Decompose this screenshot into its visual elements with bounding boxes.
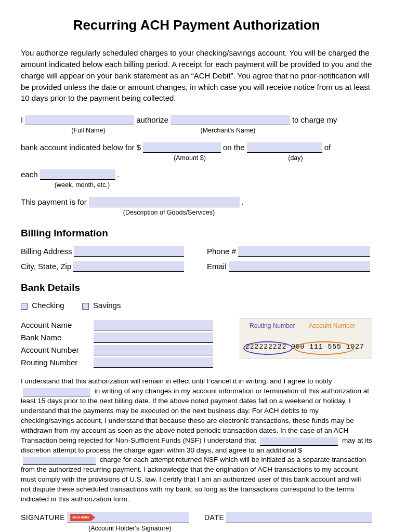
bank-heading: Bank Details [21, 281, 372, 295]
checking-label: Checking [32, 301, 64, 310]
merchant-caption: (Merchant's Name) [191, 126, 264, 136]
routing-number-label: Routing Number [21, 357, 94, 368]
routing-number-input[interactable] [94, 357, 213, 368]
billing-address-label: Billing Address [21, 246, 72, 257]
intro-paragraph: You authorize regularly scheduled charge… [21, 47, 372, 104]
checking-checkbox[interactable] [21, 303, 28, 310]
date-label: DATE [204, 513, 224, 523]
text-of: of [324, 142, 331, 153]
bank-name-label: Bank Name [21, 332, 94, 343]
signature-input[interactable]: SIGN HERE [67, 512, 189, 523]
amount-input[interactable] [143, 142, 221, 153]
account-number-label: Account Number [21, 344, 94, 355]
check-account-label: Account Number [309, 322, 355, 330]
description-caption: (Description of Goods/Services) [109, 208, 229, 218]
account-oval-icon [294, 341, 354, 355]
check-example-image: Routing Number Account Number 222222222 … [240, 318, 372, 358]
merchant-name-input[interactable] [171, 115, 290, 125]
billing-address-input[interactable] [74, 246, 184, 257]
date-input[interactable] [226, 512, 372, 523]
text-payment-for: This payment is for [21, 196, 87, 207]
signature-caption: (Account Holder's Signature) [88, 524, 372, 532]
period-input[interactable] [40, 169, 115, 180]
terms-nsf-fee-input[interactable] [23, 457, 96, 465]
savings-checkbox[interactable] [82, 303, 89, 310]
page-title: Recurring ACH Payment Authorization [21, 16, 372, 34]
full-name-caption: (Full Name) [57, 126, 120, 136]
text-each: each [21, 169, 38, 180]
sign-here-text: SIGN HERE [72, 516, 89, 520]
city-state-zip-label: City, State, Zip [21, 261, 71, 272]
account-name-input[interactable] [94, 320, 213, 330]
phone-input[interactable] [238, 246, 370, 257]
city-state-zip-input[interactable] [73, 261, 184, 272]
bank-name-input[interactable] [94, 332, 213, 343]
text-i: I [21, 114, 23, 125]
phone-label: Phone # [207, 246, 236, 257]
terms-merchant-1-input[interactable] [23, 388, 90, 396]
terms-paragraph: I understand that this authorization wil… [21, 377, 372, 504]
email-label: Email [207, 261, 227, 272]
text-authorize: authorize [136, 114, 168, 125]
savings-label: Savings [93, 301, 121, 310]
day-input[interactable] [247, 142, 322, 153]
period-caption: (week, month, etc.) [46, 181, 119, 190]
text-on-the: on the [223, 142, 245, 153]
description-input[interactable] [89, 197, 240, 207]
text-bank-account: bank account indicated below for $ [21, 142, 141, 153]
check-routing-label: Routing Number [250, 322, 295, 330]
terms-merchant-2-input[interactable] [260, 437, 338, 446]
full-name-input[interactable] [25, 115, 134, 125]
text-to-charge: to charge my [292, 114, 337, 125]
email-input[interactable] [229, 261, 370, 272]
routing-oval-icon [243, 341, 293, 355]
signature-label: SIGNATURE [21, 513, 65, 523]
billing-heading: Billing Information [21, 227, 372, 241]
amount-caption: (Amount $) [166, 154, 213, 163]
account-number-input[interactable] [94, 345, 213, 355]
account-name-label: Account Name [21, 320, 94, 330]
day-caption: (day) [282, 154, 308, 163]
